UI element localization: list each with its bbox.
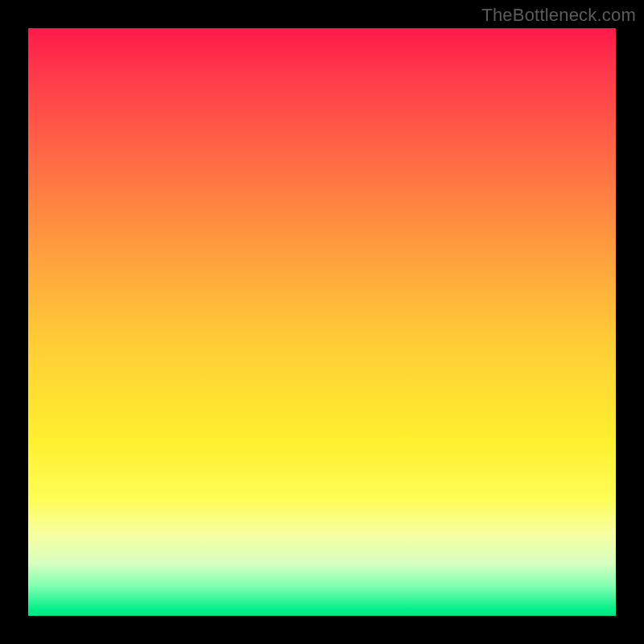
plot-area xyxy=(28,28,616,616)
chart-frame: TheBottleneck.com xyxy=(0,0,644,644)
watermark-text: TheBottleneck.com xyxy=(481,5,636,26)
gradient-background xyxy=(28,28,616,616)
